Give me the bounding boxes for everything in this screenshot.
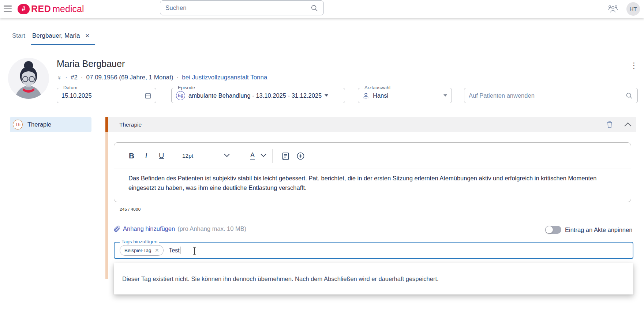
tag-chip: Beispiel-Tag ✕ — [120, 245, 164, 256]
episode-field-label: Episode — [176, 85, 197, 90]
bold-button[interactable]: B — [129, 151, 134, 160]
global-search — [160, 0, 324, 15]
therapie-badge: Th — [13, 120, 23, 130]
app-root: # RED medical HT Start Bergbauer, Maria … — [0, 0, 644, 319]
text-cursor — [180, 247, 181, 254]
attachment-link-label: Anhang hinzufügen — [123, 225, 175, 232]
pin-entry-row: Eintrag an Akte anpinnen — [545, 226, 632, 234]
doctor-select-field[interactable]: Arztauswahl Hansi — [358, 88, 452, 103]
attachment-hint: (pro Anhang max. 10 MB) — [177, 225, 246, 232]
editor-toolbar: B I U 12pt A — [114, 143, 631, 169]
italic-button[interactable]: I — [145, 151, 147, 160]
panel-header: Therapie — [108, 117, 636, 132]
tag-suggestion-message: Dieser Tag existiert nicht. Sie können i… — [122, 275, 439, 282]
text-color-button[interactable]: A — [250, 152, 255, 160]
menu-icon[interactable] — [4, 5, 12, 12]
add-content-icon[interactable] — [296, 152, 305, 160]
patient-avatar — [8, 58, 49, 99]
tab-start[interactable]: Start — [12, 32, 25, 40]
user-avatar[interactable]: HT — [626, 2, 640, 16]
pin-toggle-label: Eintrag an Akte anpinnen — [565, 226, 632, 233]
character-counter: 245 / 4000 — [120, 207, 141, 211]
date-field-label: Datum — [61, 85, 79, 90]
tab-patient[interactable]: Bergbauer, Maria ✕ — [32, 32, 90, 40]
tag-suggestion-dropdown[interactable]: Dieser Tag existiert nicht. Sie können i… — [114, 263, 633, 294]
calendar-icon[interactable] — [145, 92, 151, 99]
date-field-value: 15.10.2025 — [61, 92, 92, 99]
underline-button[interactable]: U — [159, 151, 164, 160]
tab-patient-label: Bergbauer, Maria — [32, 32, 80, 40]
delete-entry-icon[interactable] — [606, 120, 613, 129]
textblock-icon[interactable] — [282, 152, 290, 161]
episode-badge: Eg — [176, 91, 185, 100]
panel-accent-bar — [105, 117, 108, 132]
ibeam-mouse-cursor — [192, 247, 197, 255]
paperclip-icon — [114, 225, 120, 232]
chevron-down-icon[interactable] — [261, 154, 266, 157]
apply-to-patient-input[interactable] — [469, 92, 625, 99]
kebab-menu-icon[interactable]: ⋮ — [630, 61, 638, 69]
tag-chip-remove-icon[interactable]: ✕ — [155, 248, 159, 253]
separator-dot: · — [177, 74, 179, 81]
global-search-input[interactable] — [165, 4, 310, 12]
chevron-down-icon[interactable] — [443, 94, 447, 97]
add-attachment-link[interactable]: Anhang hinzufügen (pro Anhang max. 10 MB… — [114, 225, 246, 232]
episode-field[interactable]: Episode Eg ambulante Behandlung - 13.10.… — [171, 88, 345, 103]
doctor-select-value: Hansi — [373, 92, 388, 99]
separator-dot: · — [65, 74, 67, 81]
collapse-panel-icon[interactable] — [624, 122, 632, 127]
top-bar: # RED medical HT — [0, 0, 644, 18]
users-icon[interactable] — [607, 4, 618, 14]
note-editor: B I U 12pt A Das Befinden des Patienten … — [114, 142, 631, 202]
toolbar-divider — [175, 149, 175, 163]
chevron-down-icon[interactable] — [325, 94, 328, 97]
patient-info-row: ♀ · #2 · 07.09.1956 (69 Jahre, 1 Monat) … — [57, 74, 267, 82]
panel-title: Therapie — [119, 121, 142, 128]
patient-facility: bei Justizvollzugsanstalt Tonna — [182, 74, 267, 81]
doctor-icon — [363, 92, 369, 99]
logo-text-red: RED — [31, 4, 51, 14]
date-field[interactable]: Datum 15.10.2025 — [57, 88, 156, 103]
patient-name: Maria Bergbauer — [57, 59, 125, 69]
doctor-select-label: Arztauswahl — [363, 85, 392, 90]
note-text[interactable]: Das Befinden des Patienten ist subjektiv… — [128, 173, 606, 192]
separator-dot: · — [81, 74, 83, 81]
toolbar-divider — [238, 149, 238, 163]
panel-accent-bar-light — [105, 132, 108, 279]
sidebar-item-therapie[interactable]: Th Therapie — [10, 117, 91, 132]
active-tab-indicator — [31, 44, 95, 45]
brand-logo[interactable]: # RED medical — [18, 4, 84, 14]
gender-icon: ♀ — [57, 74, 62, 82]
patient-number: #2 — [71, 74, 78, 81]
toolbar-divider — [272, 149, 273, 163]
patient-birthdate: 07.09.1956 (69 Jahre, 1 Monat) — [86, 74, 173, 81]
tags-input-field[interactable]: Tags hinzufügen Beispiel-Tag ✕ Test — [114, 242, 633, 259]
tab-close-icon[interactable]: ✕ — [85, 33, 90, 39]
episode-field-value: ambulante Behandlung - 13.10.2025 - 31.1… — [188, 92, 322, 99]
search-icon[interactable] — [625, 92, 633, 100]
chevron-down-icon[interactable] — [224, 154, 230, 157]
sidebar-item-label: Therapie — [27, 121, 51, 128]
tag-chip-label: Beispiel-Tag — [124, 248, 151, 253]
search-icon[interactable] — [310, 4, 318, 12]
logo-mark-icon: # — [18, 4, 30, 14]
logo-text-medical: medical — [52, 4, 84, 14]
tags-input-value[interactable]: Test — [169, 247, 179, 254]
apply-to-patient-field — [464, 88, 638, 103]
toggle-knob — [546, 226, 553, 233]
pin-toggle[interactable] — [545, 226, 561, 234]
tags-field-label: Tags hinzufügen — [120, 239, 159, 244]
